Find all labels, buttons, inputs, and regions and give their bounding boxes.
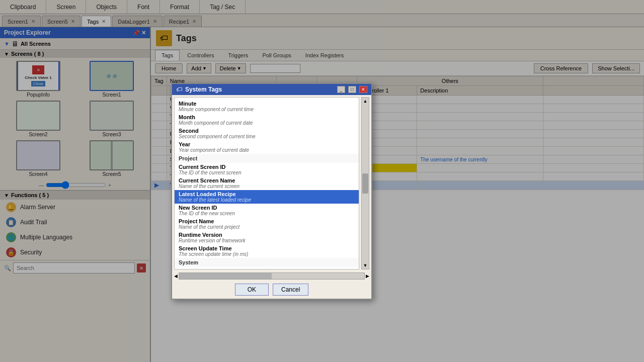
- dialog-minimize-button[interactable]: _: [337, 86, 345, 93]
- hscroll-right[interactable]: ▶: [366, 274, 369, 279]
- hscroll-left[interactable]: ◀: [174, 274, 178, 279]
- dialog-title-bar: 🏷 System Tags _ □ ✕: [172, 84, 371, 95]
- dialog-bottom-buttons: OK Cancel: [172, 281, 371, 299]
- dialog-list-item[interactable]: MonthMonth component of current date: [175, 113, 359, 127]
- dialog-item-desc: Name of the latest loaded recipe: [179, 197, 355, 203]
- dialog-list-item[interactable]: Project NameName of the current project: [175, 217, 359, 231]
- dialog-item-desc: Name of the current project: [179, 224, 355, 230]
- dialog-item-name: Year: [179, 141, 355, 147]
- dialog-item-name: Minute: [179, 101, 355, 107]
- dialog-list-item[interactable]: Latest Loaded RecipeName of the latest l…: [175, 190, 359, 204]
- dialog-item-name: Current Screen ID: [179, 164, 355, 170]
- system-tags-dialog: 🏷 System Tags _ □ ✕ MinuteMinute compone…: [171, 83, 372, 300]
- dialog-item-desc: Month component of current date: [179, 120, 355, 126]
- dialog-list-item[interactable]: Screen Update TimeThe screen update time…: [175, 244, 359, 258]
- scrollbar-down[interactable]: ▼: [363, 263, 368, 268]
- dialog-item-desc: The screen update time (in ms): [179, 251, 355, 257]
- dialog-list-item[interactable]: MinuteMinute component of current time: [175, 100, 359, 113]
- dialog-content: MinuteMinute component of current timeMo…: [172, 95, 371, 281]
- dialog-list-item[interactable]: Current Screen NameName of the current s…: [175, 176, 359, 190]
- dialog-title: System Tags: [185, 86, 334, 93]
- dialog-item-desc: The ID of the new screen: [179, 211, 355, 216]
- dialog-item-desc: Minute component of current time: [179, 107, 355, 112]
- hscroll-track[interactable]: [179, 273, 365, 280]
- dialog-item-name: Runtime Version: [179, 232, 355, 238]
- dialog-section-header: Project: [175, 154, 359, 163]
- dialog-item-name: Second: [179, 128, 355, 134]
- dialog-list-item[interactable]: YearYear component of current date: [175, 140, 359, 154]
- system-tags-overlay: 🏷 System Tags _ □ ✕ MinuteMinute compone…: [0, 0, 644, 362]
- dialog-list-item[interactable]: SecondSecond component of current time: [175, 127, 359, 140]
- dialog-item-name: Project Name: [179, 218, 355, 224]
- dialog-item-name: Current Screen Name: [179, 177, 355, 184]
- dialog-icon: 🏷: [176, 86, 182, 93]
- dialog-item-desc: The ID of the current screen: [179, 170, 355, 175]
- dialog-list-item[interactable]: Current Screen IDThe ID of the current s…: [175, 163, 359, 176]
- dialog-item-name: Screen Update Time: [179, 245, 355, 251]
- dialog-item-desc: Runtime version of framework: [179, 238, 355, 243]
- dialog-item-name: Latest Loaded Recipe: [179, 191, 355, 197]
- dialog-item-desc: Second component of current time: [179, 134, 355, 139]
- dialog-item-name: New Screen ID: [179, 205, 355, 211]
- scrollbar-thumb[interactable]: [362, 173, 368, 194]
- dialog-section-header: System: [175, 258, 359, 267]
- dialog-close-button[interactable]: ✕: [359, 86, 367, 93]
- dialog-item-desc: Name of the current screen: [179, 184, 355, 189]
- dialog-item-name: Month: [179, 114, 355, 120]
- h-scroll-row: ◀ ▶: [172, 272, 371, 281]
- dialog-cancel-button[interactable]: Cancel: [273, 284, 308, 296]
- dialog-list-item[interactable]: New Screen IDThe ID of the new screen: [175, 204, 359, 217]
- dialog-item-desc: Year component of current date: [179, 147, 355, 153]
- scrollbar-up[interactable]: ▲: [363, 99, 368, 104]
- dialog-ok-button[interactable]: OK: [235, 284, 269, 296]
- dialog-list[interactable]: MinuteMinute component of current timeMo…: [174, 97, 359, 269]
- dialog-list-item[interactable]: Runtime VersionRuntime version of framew…: [175, 231, 359, 244]
- dialog-maximize-button[interactable]: □: [348, 86, 356, 93]
